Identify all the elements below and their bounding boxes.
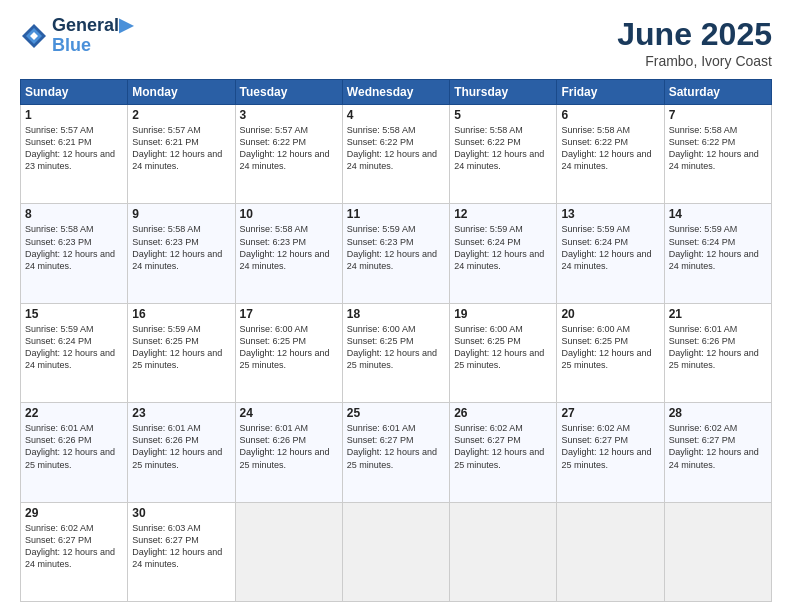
calendar-week-row: 29Sunrise: 6:02 AMSunset: 6:27 PMDayligh… <box>21 502 772 601</box>
table-row: 20Sunrise: 6:00 AMSunset: 6:25 PMDayligh… <box>557 303 664 402</box>
table-row <box>557 502 664 601</box>
table-row: 27Sunrise: 6:02 AMSunset: 6:27 PMDayligh… <box>557 403 664 502</box>
month-title: June 2025 <box>617 16 772 53</box>
header-tuesday: Tuesday <box>235 80 342 105</box>
table-row: 12Sunrise: 5:59 AMSunset: 6:24 PMDayligh… <box>450 204 557 303</box>
table-row: 25Sunrise: 6:01 AMSunset: 6:27 PMDayligh… <box>342 403 449 502</box>
table-row: 30Sunrise: 6:03 AMSunset: 6:27 PMDayligh… <box>128 502 235 601</box>
table-row: 29Sunrise: 6:02 AMSunset: 6:27 PMDayligh… <box>21 502 128 601</box>
table-row: 19Sunrise: 6:00 AMSunset: 6:25 PMDayligh… <box>450 303 557 402</box>
calendar-week-row: 1Sunrise: 5:57 AMSunset: 6:21 PMDaylight… <box>21 105 772 204</box>
table-row: 28Sunrise: 6:02 AMSunset: 6:27 PMDayligh… <box>664 403 771 502</box>
location: Frambo, Ivory Coast <box>617 53 772 69</box>
table-row: 5Sunrise: 5:58 AMSunset: 6:22 PMDaylight… <box>450 105 557 204</box>
table-row: 17Sunrise: 6:00 AMSunset: 6:25 PMDayligh… <box>235 303 342 402</box>
table-row: 7Sunrise: 5:58 AMSunset: 6:22 PMDaylight… <box>664 105 771 204</box>
logo: General▶ Blue <box>20 16 133 56</box>
calendar-week-row: 15Sunrise: 5:59 AMSunset: 6:24 PMDayligh… <box>21 303 772 402</box>
header: General▶ Blue June 2025 Frambo, Ivory Co… <box>20 16 772 69</box>
table-row: 15Sunrise: 5:59 AMSunset: 6:24 PMDayligh… <box>21 303 128 402</box>
table-row <box>342 502 449 601</box>
table-row: 6Sunrise: 5:58 AMSunset: 6:22 PMDaylight… <box>557 105 664 204</box>
table-row: 9Sunrise: 5:58 AMSunset: 6:23 PMDaylight… <box>128 204 235 303</box>
calendar-week-row: 8Sunrise: 5:58 AMSunset: 6:23 PMDaylight… <box>21 204 772 303</box>
header-wednesday: Wednesday <box>342 80 449 105</box>
table-row: 23Sunrise: 6:01 AMSunset: 6:26 PMDayligh… <box>128 403 235 502</box>
table-row: 3Sunrise: 5:57 AMSunset: 6:22 PMDaylight… <box>235 105 342 204</box>
table-row: 26Sunrise: 6:02 AMSunset: 6:27 PMDayligh… <box>450 403 557 502</box>
table-row <box>450 502 557 601</box>
weekday-header-row: Sunday Monday Tuesday Wednesday Thursday… <box>21 80 772 105</box>
header-monday: Monday <box>128 80 235 105</box>
header-thursday: Thursday <box>450 80 557 105</box>
table-row: 2Sunrise: 5:57 AMSunset: 6:21 PMDaylight… <box>128 105 235 204</box>
logo-text: General▶ Blue <box>52 16 133 56</box>
table-row: 24Sunrise: 6:01 AMSunset: 6:26 PMDayligh… <box>235 403 342 502</box>
table-row <box>235 502 342 601</box>
table-row: 18Sunrise: 6:00 AMSunset: 6:25 PMDayligh… <box>342 303 449 402</box>
header-sunday: Sunday <box>21 80 128 105</box>
table-row: 14Sunrise: 5:59 AMSunset: 6:24 PMDayligh… <box>664 204 771 303</box>
table-row: 22Sunrise: 6:01 AMSunset: 6:26 PMDayligh… <box>21 403 128 502</box>
page: General▶ Blue June 2025 Frambo, Ivory Co… <box>0 0 792 612</box>
table-row: 21Sunrise: 6:01 AMSunset: 6:26 PMDayligh… <box>664 303 771 402</box>
header-friday: Friday <box>557 80 664 105</box>
table-row: 8Sunrise: 5:58 AMSunset: 6:23 PMDaylight… <box>21 204 128 303</box>
calendar-table: Sunday Monday Tuesday Wednesday Thursday… <box>20 79 772 602</box>
table-row: 10Sunrise: 5:58 AMSunset: 6:23 PMDayligh… <box>235 204 342 303</box>
table-row <box>664 502 771 601</box>
table-row: 13Sunrise: 5:59 AMSunset: 6:24 PMDayligh… <box>557 204 664 303</box>
table-row: 1Sunrise: 5:57 AMSunset: 6:21 PMDaylight… <box>21 105 128 204</box>
header-saturday: Saturday <box>664 80 771 105</box>
title-area: June 2025 Frambo, Ivory Coast <box>617 16 772 69</box>
table-row: 4Sunrise: 5:58 AMSunset: 6:22 PMDaylight… <box>342 105 449 204</box>
calendar-week-row: 22Sunrise: 6:01 AMSunset: 6:26 PMDayligh… <box>21 403 772 502</box>
table-row: 16Sunrise: 5:59 AMSunset: 6:25 PMDayligh… <box>128 303 235 402</box>
logo-icon <box>20 22 48 50</box>
table-row: 11Sunrise: 5:59 AMSunset: 6:23 PMDayligh… <box>342 204 449 303</box>
